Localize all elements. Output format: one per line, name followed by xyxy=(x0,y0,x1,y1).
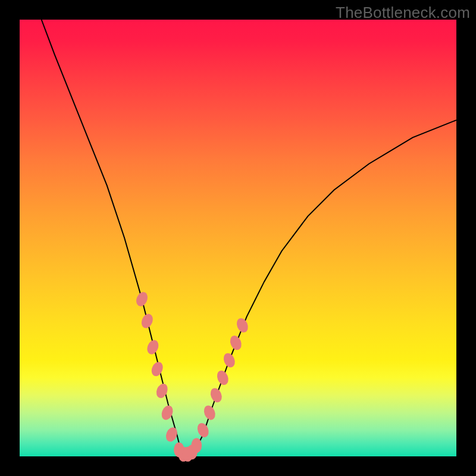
highlight-dot xyxy=(202,404,217,422)
highlight-dot xyxy=(134,290,150,308)
chart-frame: TheBottleneck.com xyxy=(0,0,476,476)
highlight-dot xyxy=(195,421,211,439)
plot-area xyxy=(20,20,456,456)
highlight-dot xyxy=(191,438,202,453)
highlight-dot xyxy=(234,317,250,334)
highlight-dot xyxy=(208,386,224,404)
highlight-dot xyxy=(139,312,155,330)
highlight-dot xyxy=(164,425,180,443)
chart-svg xyxy=(20,20,456,456)
highlight-dot xyxy=(149,360,165,378)
highlight-dot xyxy=(228,334,243,352)
highlight-dot xyxy=(221,352,237,369)
highlight-dot xyxy=(145,339,161,356)
highlight-dot xyxy=(154,382,170,400)
highlight-dot xyxy=(215,369,230,387)
highlight-dots xyxy=(134,290,250,462)
bottleneck-curve xyxy=(42,20,456,456)
